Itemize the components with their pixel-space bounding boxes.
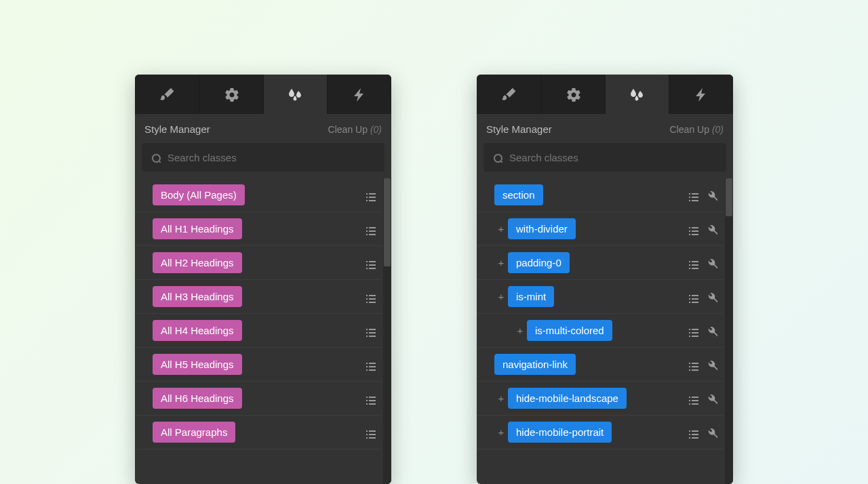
instances-button[interactable] (361, 424, 378, 441)
instances-button[interactable] (361, 221, 378, 237)
class-row[interactable]: +All H3 Headings (135, 280, 382, 314)
class-row[interactable]: +with-divider (477, 212, 724, 246)
scrollbar-thumb[interactable] (384, 178, 391, 266)
settings-button[interactable] (703, 255, 719, 271)
instances-button[interactable] (361, 323, 378, 339)
instances-button[interactable] (684, 289, 701, 305)
wrench-icon (705, 392, 717, 405)
class-tag[interactable]: hide-mobile-portrait (508, 422, 612, 443)
tab-styles[interactable] (264, 75, 328, 114)
settings-button[interactable] (703, 289, 719, 305)
class-tag[interactable]: Body (All Pages) (153, 184, 245, 205)
gear-icon (566, 87, 580, 102)
gear-icon (224, 87, 239, 102)
list-icon (686, 325, 698, 337)
class-row[interactable]: +padding-0 (477, 246, 724, 280)
wrench-icon (705, 291, 717, 303)
wrench-icon (705, 426, 717, 439)
combo-plus-icon: + (497, 257, 505, 268)
class-row[interactable]: +Body (All Pages) (135, 178, 382, 212)
class-row[interactable]: +section (477, 178, 724, 212)
instances-button[interactable] (361, 289, 378, 305)
class-tag[interactable]: is-multi-colored (527, 320, 612, 341)
class-tag[interactable]: with-divider (508, 218, 576, 239)
settings-button[interactable] (703, 221, 719, 237)
class-tag[interactable]: is-mint (508, 286, 554, 307)
wrench-icon (705, 257, 717, 269)
instances-button[interactable] (361, 255, 378, 271)
bolt-icon (694, 87, 709, 102)
tab-brush[interactable] (135, 75, 199, 114)
class-row[interactable]: +All Paragraphs (135, 416, 382, 449)
combo-plus-icon: + (497, 426, 505, 438)
list-icon (363, 426, 376, 439)
search-container (142, 143, 384, 172)
wrench-icon (705, 189, 717, 201)
settings-button[interactable] (703, 323, 719, 339)
panel-title: Style Manager (144, 123, 210, 135)
wrench-icon (705, 359, 717, 371)
instances-button[interactable] (361, 357, 378, 373)
instances-button[interactable] (684, 221, 701, 237)
class-tag[interactable]: hide-mobile-landscape (508, 388, 627, 409)
scrollbar-track[interactable] (725, 178, 733, 484)
instances-button[interactable] (361, 390, 378, 407)
tab-interactions[interactable] (328, 75, 391, 114)
class-row[interactable]: +All H2 Headings (135, 246, 382, 280)
tab-styles[interactable] (606, 75, 670, 114)
list-icon (363, 392, 376, 405)
search-input[interactable] (509, 152, 718, 163)
cleanup-button[interactable]: Clean Up (0) (670, 124, 724, 135)
settings-button[interactable] (703, 357, 719, 373)
tab-brush[interactable] (477, 75, 541, 114)
panel-header: Style Manager Clean Up (0) (135, 114, 391, 143)
instances-button[interactable] (684, 255, 701, 271)
class-row[interactable]: +All H1 Headings (135, 212, 382, 246)
class-tag[interactable]: padding-0 (508, 252, 570, 273)
class-row[interactable]: +is-mint (477, 280, 724, 314)
wrench-icon (705, 223, 717, 235)
search-box[interactable] (484, 143, 726, 172)
instances-button[interactable] (684, 323, 701, 339)
class-tag[interactable]: section (494, 184, 543, 205)
cleanup-label: Clean Up (670, 124, 709, 135)
class-tag[interactable]: All H4 Headings (153, 320, 242, 341)
settings-button[interactable] (703, 187, 719, 203)
list-icon (686, 291, 698, 303)
cleanup-button[interactable]: Clean Up (0) (328, 124, 382, 135)
class-row[interactable]: +hide-mobile-portrait (477, 416, 724, 449)
tab-settings[interactable] (199, 75, 264, 114)
search-icon (492, 152, 502, 163)
instances-button[interactable] (684, 390, 701, 407)
instances-button[interactable] (684, 187, 701, 203)
settings-button[interactable] (703, 424, 719, 441)
class-tag[interactable]: navigation-link (494, 354, 576, 375)
tab-settings[interactable] (541, 75, 606, 114)
class-tag[interactable]: All H6 Headings (153, 388, 242, 409)
list-icon (363, 359, 376, 371)
list-icon (363, 257, 376, 269)
instances-button[interactable] (361, 187, 378, 203)
class-tag[interactable]: All Paragraphs (153, 422, 235, 443)
list-icon (686, 189, 698, 201)
instances-button[interactable] (684, 357, 701, 373)
search-icon (150, 152, 161, 163)
instances-button[interactable] (684, 424, 701, 441)
class-tag[interactable]: All H5 Headings (153, 354, 242, 375)
class-row[interactable]: +navigation-link (477, 348, 724, 382)
class-tag[interactable]: All H2 Headings (153, 252, 242, 273)
class-tag[interactable]: All H1 Headings (153, 218, 242, 239)
class-row[interactable]: +is-multi-colored (477, 314, 724, 348)
scrollbar-thumb[interactable] (726, 178, 732, 216)
brush-icon (159, 87, 174, 102)
class-row[interactable]: +All H4 Headings (135, 314, 382, 348)
class-tag[interactable]: All H3 Headings (153, 286, 242, 307)
tab-interactions[interactable] (669, 75, 733, 114)
settings-button[interactable] (703, 390, 719, 407)
search-input[interactable] (167, 152, 376, 163)
search-box[interactable] (142, 143, 384, 172)
class-row[interactable]: +All H5 Headings (135, 348, 382, 382)
scrollbar-track[interactable] (383, 178, 391, 484)
class-row[interactable]: +hide-mobile-landscape (477, 382, 724, 416)
class-row[interactable]: +All H6 Headings (135, 382, 382, 416)
